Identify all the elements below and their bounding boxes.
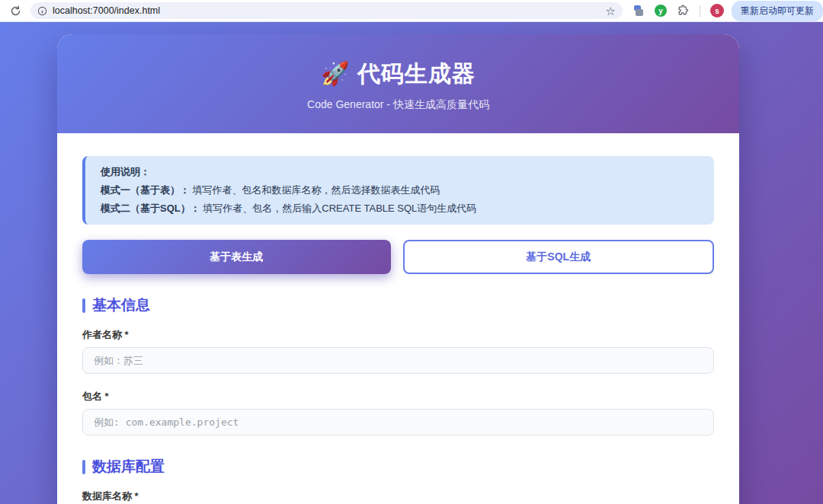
section-basic-info-title: 基本信息 <box>92 295 150 315</box>
section-database-config: 数据库配置 <box>82 457 714 477</box>
extension-badge-letter: y <box>658 7 663 15</box>
site-info-icon[interactable] <box>37 6 47 16</box>
url-text: localhost:7000/index.html <box>53 5 160 16</box>
extension-icon-1-body <box>636 9 643 16</box>
card-body: 使用说明： 模式一（基于表）： 填写作者、包名和数据库名称，然后选择数据表生成代… <box>57 133 739 504</box>
dbname-label: 数据库名称 * <box>82 490 714 503</box>
extensions-puzzle-icon[interactable] <box>677 5 690 18</box>
usage-instructions: 使用说明： 模式一（基于表）： 填写作者、包名和数据库名称，然后选择数据表生成代… <box>82 156 714 225</box>
url-bar[interactable]: localhost:7000/index.html ☆ <box>30 2 623 19</box>
usage-mode1-line: 模式一（基于表）： 填写作者、包名和数据库名称，然后选择数据表生成代码 <box>101 181 699 199</box>
avatar-letter: s <box>715 7 719 15</box>
section-accent-bar <box>82 460 85 474</box>
author-input[interactable] <box>82 347 714 374</box>
page-background: 🚀 代码生成器 Code Generator - 快速生成高质量代码 使用说明：… <box>0 22 823 504</box>
profile-avatar[interactable]: s <box>710 4 724 18</box>
extension-icon-green-y[interactable]: y <box>655 5 667 17</box>
author-field-group: 作者名称 * <box>82 328 714 374</box>
toolbar-divider <box>700 5 700 17</box>
package-label: 包名 * <box>82 390 714 404</box>
browser-toolbar: localhost:7000/index.html ☆ y s 重新启动即可更新 <box>0 0 823 22</box>
toolbar-right: y s <box>633 4 724 18</box>
package-field-group: 包名 * <box>82 390 714 435</box>
sql-mode-button[interactable]: 基于SQL生成 <box>403 240 715 274</box>
generator-card: 🚀 代码生成器 Code Generator - 快速生成高质量代码 使用说明：… <box>57 34 739 504</box>
package-input[interactable] <box>82 409 714 435</box>
page-subtitle: Code Generator - 快速生成高质量代码 <box>72 98 724 112</box>
dbname-field-group: 数据库名称 * <box>82 490 714 504</box>
extension-icon-1[interactable] <box>633 5 645 17</box>
bookmark-star-icon[interactable]: ☆ <box>606 5 616 17</box>
author-label: 作者名称 * <box>82 328 714 342</box>
section-basic-info: 基本信息 <box>82 295 714 315</box>
page-title: 🚀 代码生成器 <box>72 59 724 90</box>
mode-switcher: 基于表生成 基于SQL生成 <box>82 240 714 274</box>
section-accent-bar <box>82 298 85 313</box>
table-mode-button[interactable]: 基于表生成 <box>82 240 391 274</box>
reload-icon <box>10 5 21 17</box>
usage-mode2-line: 模式二（基于SQL）： 填写作者、包名，然后输入CREATE TABLE SQL… <box>101 199 699 218</box>
usage-heading: 使用说明： <box>101 163 699 181</box>
chrome-update-button[interactable]: 重新启动即可更新 <box>732 1 823 21</box>
card-header: 🚀 代码生成器 Code Generator - 快速生成高质量代码 <box>57 34 739 133</box>
reload-button[interactable] <box>6 2 24 20</box>
section-database-config-title: 数据库配置 <box>92 457 165 477</box>
